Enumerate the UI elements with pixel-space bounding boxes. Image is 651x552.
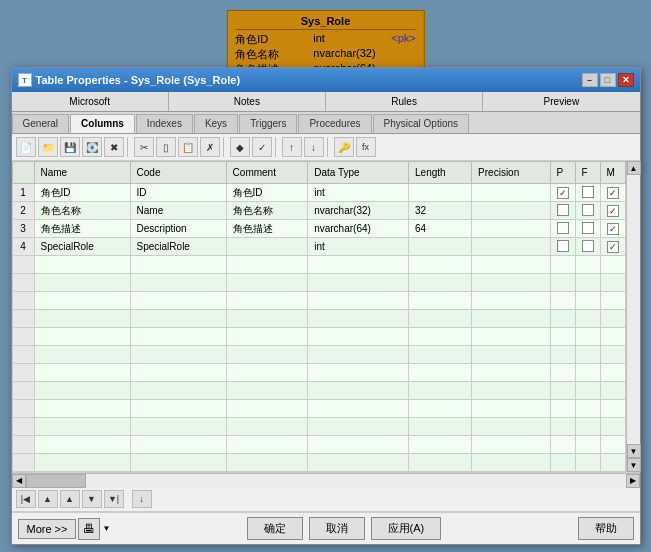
row-1-f[interactable] bbox=[575, 184, 600, 202]
row-3-m[interactable] bbox=[600, 220, 625, 238]
row-4-datatype[interactable]: int bbox=[308, 238, 409, 256]
m-checkbox-3[interactable] bbox=[607, 223, 619, 235]
row-3-precision[interactable] bbox=[472, 220, 550, 238]
row-3-datatype[interactable]: nvarchar(64) bbox=[308, 220, 409, 238]
tab-keys[interactable]: Keys bbox=[194, 114, 238, 133]
tab-preview[interactable]: Preview bbox=[483, 92, 639, 111]
tab-general[interactable]: General bbox=[12, 114, 70, 133]
row-4-f[interactable] bbox=[575, 238, 600, 256]
row-4-m[interactable] bbox=[600, 238, 625, 256]
row-1-length[interactable] bbox=[409, 184, 472, 202]
table-row[interactable]: 4 SpecialRole SpecialRole int bbox=[12, 238, 625, 256]
maximize-button[interactable]: □ bbox=[600, 73, 616, 87]
f-checkbox-4[interactable] bbox=[582, 240, 594, 252]
row-4-comment[interactable] bbox=[226, 238, 308, 256]
p-checkbox-3[interactable] bbox=[557, 222, 569, 234]
row-4-code[interactable]: SpecialRole bbox=[130, 238, 226, 256]
tab-physical-options[interactable]: Physical Options bbox=[373, 114, 469, 133]
table-row[interactable]: 2 角色名称 Name 角色名称 nvarchar(32) 32 bbox=[12, 202, 625, 220]
row-2-comment[interactable]: 角色名称 bbox=[226, 202, 308, 220]
row-3-comment[interactable]: 角色描述 bbox=[226, 220, 308, 238]
tab-rules[interactable]: Rules bbox=[326, 92, 483, 111]
horizontal-scrollbar[interactable]: ◀ ▶ bbox=[12, 473, 640, 487]
nav-extra-button[interactable]: ↓ bbox=[132, 490, 152, 508]
nav-prev-fast-button[interactable]: ▲ bbox=[38, 490, 58, 508]
toolbar-key[interactable]: 🔑 bbox=[334, 137, 354, 157]
row-2-m[interactable] bbox=[600, 202, 625, 220]
row-2-name[interactable]: 角色名称 bbox=[34, 202, 130, 220]
row-3-p[interactable] bbox=[550, 220, 575, 238]
scroll-h-thumb[interactable] bbox=[26, 474, 86, 488]
scroll-right-button[interactable]: ▶ bbox=[626, 474, 640, 488]
scroll-up-button[interactable]: ▲ bbox=[627, 161, 641, 175]
toolbar-fx[interactable]: fx bbox=[356, 137, 376, 157]
toolbar-up[interactable]: ↑ bbox=[282, 137, 302, 157]
table-scroll-area[interactable]: Name Code Comment Data Type Length Preci… bbox=[12, 161, 626, 472]
f-checkbox-2[interactable] bbox=[582, 204, 594, 216]
f-checkbox-3[interactable] bbox=[582, 222, 594, 234]
row-1-code[interactable]: ID bbox=[130, 184, 226, 202]
row-1-p[interactable] bbox=[550, 184, 575, 202]
nav-prev-button[interactable]: ▲ bbox=[60, 490, 80, 508]
toolbar-delete[interactable]: ✗ bbox=[200, 137, 220, 157]
row-4-p[interactable] bbox=[550, 238, 575, 256]
toolbar-copy[interactable]: ▯ bbox=[156, 137, 176, 157]
apply-button[interactable]: 应用(A) bbox=[371, 517, 442, 540]
toolbar-check[interactable]: ✓ bbox=[252, 137, 272, 157]
row-2-precision[interactable] bbox=[472, 202, 550, 220]
row-4-precision[interactable] bbox=[472, 238, 550, 256]
confirm-button[interactable]: 确定 bbox=[247, 517, 303, 540]
row-4-name[interactable]: SpecialRole bbox=[34, 238, 130, 256]
row-2-p[interactable] bbox=[550, 202, 575, 220]
toolbar-cut[interactable]: ✂ bbox=[134, 137, 154, 157]
toolbar-paste[interactable]: 📋 bbox=[178, 137, 198, 157]
row-3-code[interactable]: Description bbox=[130, 220, 226, 238]
print-button[interactable]: 🖶 bbox=[78, 518, 100, 540]
scroll-left-button[interactable]: ◀ bbox=[12, 474, 26, 488]
row-1-precision[interactable] bbox=[472, 184, 550, 202]
nav-first-button[interactable]: |◀ bbox=[16, 490, 36, 508]
row-3-length[interactable]: 64 bbox=[409, 220, 472, 238]
p-checkbox-4[interactable] bbox=[557, 240, 569, 252]
toolbar-new[interactable]: 📄 bbox=[16, 137, 36, 157]
help-button[interactable]: 帮助 bbox=[578, 517, 634, 540]
row-2-length[interactable]: 32 bbox=[409, 202, 472, 220]
row-3-f[interactable] bbox=[575, 220, 600, 238]
p-checkbox-1[interactable] bbox=[557, 187, 569, 199]
tab-columns[interactable]: Columns bbox=[70, 114, 135, 133]
row-1-m[interactable] bbox=[600, 184, 625, 202]
table-row[interactable]: 1 角色ID ID 角色ID int bbox=[12, 184, 625, 202]
minimize-button[interactable]: – bbox=[582, 73, 598, 87]
row-2-datatype[interactable]: nvarchar(32) bbox=[308, 202, 409, 220]
dropdown-arrow-icon[interactable]: ▼ bbox=[102, 524, 110, 533]
row-4-length[interactable] bbox=[409, 238, 472, 256]
row-1-comment[interactable]: 角色ID bbox=[226, 184, 308, 202]
tab-procedures[interactable]: Procedures bbox=[298, 114, 371, 133]
row-3-name[interactable]: 角色描述 bbox=[34, 220, 130, 238]
nav-next-button[interactable]: ▼ bbox=[82, 490, 102, 508]
more-button[interactable]: More >> bbox=[18, 519, 77, 539]
nav-last-button[interactable]: ▼| bbox=[104, 490, 124, 508]
toolbar-save-all[interactable]: 💽 bbox=[82, 137, 102, 157]
f-checkbox-1[interactable] bbox=[582, 186, 594, 198]
toolbar-close-table[interactable]: ✖ bbox=[104, 137, 124, 157]
tab-notes[interactable]: Notes bbox=[169, 92, 326, 111]
row-2-code[interactable]: Name bbox=[130, 202, 226, 220]
tab-microsoft[interactable]: Microsoft bbox=[12, 92, 169, 111]
p-checkbox-2[interactable] bbox=[557, 204, 569, 216]
table-row[interactable]: 3 角色描述 Description 角色描述 nvarchar(64) 64 bbox=[12, 220, 625, 238]
tab-indexes[interactable]: Indexes bbox=[136, 114, 193, 133]
scroll-down-button-1[interactable]: ▼ bbox=[627, 444, 641, 458]
toolbar-properties[interactable]: ◆ bbox=[230, 137, 250, 157]
row-1-datatype[interactable]: int bbox=[308, 184, 409, 202]
toolbar-save[interactable]: 💾 bbox=[60, 137, 80, 157]
row-2-f[interactable] bbox=[575, 202, 600, 220]
m-checkbox-1[interactable] bbox=[607, 187, 619, 199]
scroll-down-button-2[interactable]: ▼ bbox=[627, 458, 641, 472]
m-checkbox-2[interactable] bbox=[607, 205, 619, 217]
close-button[interactable]: ✕ bbox=[618, 73, 634, 87]
row-1-name[interactable]: 角色ID bbox=[34, 184, 130, 202]
cancel-button[interactable]: 取消 bbox=[309, 517, 365, 540]
toolbar-open[interactable]: 📁 bbox=[38, 137, 58, 157]
tab-triggers[interactable]: Triggers bbox=[239, 114, 297, 133]
